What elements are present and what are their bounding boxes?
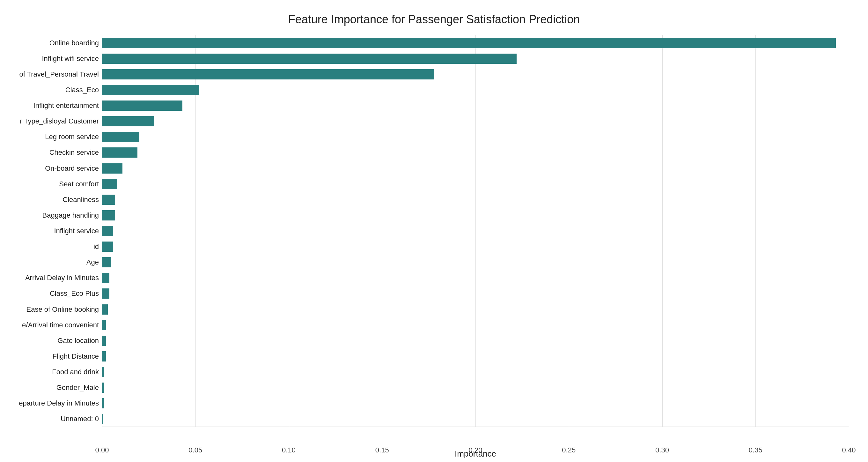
bar-row: Inflight entertainment	[102, 98, 849, 113]
x-tick: 0.05	[188, 446, 202, 454]
bar-row: Arrival Delay in Minutes	[102, 270, 849, 286]
bars-wrapper: Online boardingInflight wifi serviceof T…	[102, 35, 849, 427]
bar-row: Inflight wifi service	[102, 51, 849, 66]
bar-label: Arrival Delay in Minutes	[9, 274, 99, 282]
x-tick: 0.25	[562, 446, 576, 454]
bar-fill	[102, 351, 106, 362]
bar-fill	[102, 179, 117, 189]
x-tick: 0.30	[655, 446, 669, 454]
bar-label: of Travel_Personal Travel	[9, 70, 99, 79]
bar-row: Checkin service	[102, 145, 849, 161]
bar-fill	[102, 226, 113, 236]
bar-label: Age	[9, 258, 99, 266]
bar-label: eparture Delay in Minutes	[9, 399, 99, 407]
x-tick: 0.35	[749, 446, 763, 454]
bar-fill	[102, 132, 140, 142]
bar-label: Inflight service	[9, 227, 99, 235]
bar-row: Class_Eco	[102, 82, 849, 98]
bar-fill	[102, 69, 434, 80]
bar-label: Food and drink	[9, 368, 99, 376]
bar-row: Seat comfort	[102, 176, 849, 192]
bar-label: Class_Eco Plus	[9, 289, 99, 298]
bar-label: id	[9, 242, 99, 251]
bar-fill	[102, 210, 115, 221]
bar-row: e/Arrival time convenient	[102, 317, 849, 333]
bar-row: Gate location	[102, 333, 849, 348]
bar-label: Class_Eco	[9, 86, 99, 94]
bar-label: Seat comfort	[9, 180, 99, 188]
bar-row: Ease of Online booking	[102, 301, 849, 317]
bar-fill	[102, 414, 103, 424]
bar-row: Online boarding	[102, 35, 849, 51]
bar-row: id	[102, 239, 849, 255]
bar-fill	[102, 398, 104, 408]
bar-fill	[102, 100, 182, 111]
bar-row: On-board service	[102, 161, 849, 176]
x-tick: 0.10	[282, 446, 296, 454]
bar-fill	[102, 305, 108, 315]
bar-label: Inflight wifi service	[9, 55, 99, 63]
bar-label: e/Arrival time convenient	[9, 321, 99, 329]
bar-row: Flight Distance	[102, 348, 849, 364]
bar-label: On-board service	[9, 164, 99, 173]
bar-label: Inflight entertainment	[9, 102, 99, 110]
bar-fill	[102, 288, 110, 299]
bar-label: Ease of Online booking	[9, 305, 99, 314]
bar-label: Flight Distance	[9, 352, 99, 360]
bar-fill	[102, 257, 111, 267]
x-tick: 0.40	[842, 446, 856, 454]
bar-row: r Type_disloyal Customer	[102, 114, 849, 129]
grid-line	[849, 35, 849, 427]
bar-fill	[102, 336, 106, 346]
bar-fill	[102, 147, 137, 157]
x-tick: 0.15	[375, 446, 389, 454]
bar-row: eparture Delay in Minutes	[102, 396, 849, 411]
bar-fill	[102, 382, 104, 393]
bar-fill	[102, 195, 115, 205]
bar-label: Baggage handling	[9, 211, 99, 220]
bar-label: r Type_disloyal Customer	[9, 117, 99, 125]
bar-row: Leg room service	[102, 129, 849, 145]
bar-fill	[102, 85, 199, 95]
x-tick: 0.00	[95, 446, 109, 454]
bar-fill	[102, 367, 104, 377]
bar-fill	[102, 163, 122, 174]
bar-label: Gate location	[9, 337, 99, 345]
bar-row: Unnamed: 0	[102, 411, 849, 427]
bar-fill	[102, 320, 106, 330]
chart-container: Feature Importance for Passenger Satisfa…	[0, 0, 868, 462]
bar-label: Checkin service	[9, 148, 99, 157]
bar-row: Age	[102, 255, 849, 270]
bar-fill	[102, 38, 836, 48]
bar-row: of Travel_Personal Travel	[102, 66, 849, 82]
bar-fill	[102, 273, 110, 283]
bar-row: Class_Eco Plus	[102, 286, 849, 301]
bar-label: Gender_Male	[9, 383, 99, 392]
bar-label: Unnamed: 0	[9, 415, 99, 423]
chart-title: Feature Importance for Passenger Satisfa…	[0, 13, 868, 26]
bar-row: Inflight service	[102, 223, 849, 239]
bar-row: Food and drink	[102, 364, 849, 380]
bar-fill	[102, 116, 154, 126]
bar-fill	[102, 241, 113, 252]
bar-fill	[102, 54, 517, 64]
x-axis-label: Importance	[455, 449, 496, 459]
bar-row: Baggage handling	[102, 207, 849, 223]
bar-label: Leg room service	[9, 133, 99, 141]
bar-row: Cleanliness	[102, 192, 849, 207]
bar-label: Online boarding	[9, 39, 99, 47]
chart-area: Online boardingInflight wifi serviceof T…	[102, 35, 849, 427]
bar-label: Cleanliness	[9, 196, 99, 204]
bar-row: Gender_Male	[102, 380, 849, 396]
